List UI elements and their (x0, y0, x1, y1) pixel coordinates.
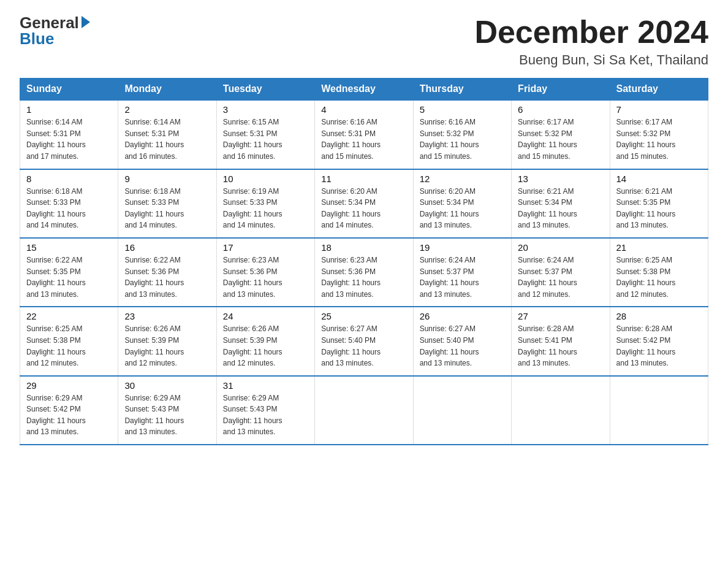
calendar-cell: 4 Sunrise: 6:16 AMSunset: 5:31 PMDayligh… (315, 100, 413, 169)
day-number: 14 (616, 174, 702, 184)
page-header: General Blue December 2024 Bueng Bun, Si… (20, 15, 708, 68)
col-header-thursday: Thursday (413, 79, 511, 101)
day-number: 24 (223, 311, 308, 321)
day-number: 17 (223, 242, 308, 253)
day-number: 15 (26, 242, 112, 253)
calendar-week-1: 1 Sunrise: 6:14 AMSunset: 5:31 PMDayligh… (20, 100, 708, 169)
day-info: Sunrise: 6:14 AMSunset: 5:31 PMDaylight:… (124, 117, 210, 162)
col-header-monday: Monday (118, 79, 216, 101)
col-header-saturday: Saturday (610, 79, 708, 101)
day-number: 1 (26, 104, 112, 115)
calendar-cell: 29 Sunrise: 6:29 AMSunset: 5:42 PMDaylig… (20, 376, 118, 445)
day-number: 5 (420, 104, 505, 115)
day-info: Sunrise: 6:14 AMSunset: 5:31 PMDaylight:… (26, 117, 112, 162)
calendar-cell (512, 376, 610, 445)
calendar-cell: 26 Sunrise: 6:27 AMSunset: 5:40 PMDaylig… (413, 307, 511, 375)
day-info: Sunrise: 6:22 AMSunset: 5:35 PMDaylight:… (26, 255, 112, 300)
col-header-sunday: Sunday (20, 79, 118, 101)
calendar-week-3: 15 Sunrise: 6:22 AMSunset: 5:35 PMDaylig… (20, 238, 708, 307)
calendar-cell: 3 Sunrise: 6:15 AMSunset: 5:31 PMDayligh… (216, 100, 314, 169)
calendar-cell: 15 Sunrise: 6:22 AMSunset: 5:35 PMDaylig… (20, 238, 118, 307)
day-info: Sunrise: 6:19 AMSunset: 5:33 PMDaylight:… (223, 186, 308, 231)
calendar-cell (413, 376, 511, 445)
day-info: Sunrise: 6:24 AMSunset: 5:37 PMDaylight:… (518, 255, 603, 300)
col-header-wednesday: Wednesday (315, 79, 413, 101)
day-info: Sunrise: 6:16 AMSunset: 5:31 PMDaylight:… (321, 117, 406, 162)
day-info: Sunrise: 6:20 AMSunset: 5:34 PMDaylight:… (420, 186, 505, 231)
calendar-cell: 12 Sunrise: 6:20 AMSunset: 5:34 PMDaylig… (413, 169, 511, 238)
calendar-cell: 6 Sunrise: 6:17 AMSunset: 5:32 PMDayligh… (512, 100, 610, 169)
logo-line1: General (20, 15, 90, 31)
day-number: 31 (223, 380, 308, 391)
calendar-cell: 30 Sunrise: 6:29 AMSunset: 5:43 PMDaylig… (118, 376, 216, 445)
day-number: 3 (223, 104, 308, 115)
subtitle: Bueng Bun, Si Sa Ket, Thailand (474, 52, 708, 68)
day-info: Sunrise: 6:21 AMSunset: 5:35 PMDaylight:… (616, 186, 702, 231)
day-info: Sunrise: 6:29 AMSunset: 5:43 PMDaylight:… (124, 393, 210, 438)
day-number: 21 (616, 242, 702, 253)
day-info: Sunrise: 6:15 AMSunset: 5:31 PMDaylight:… (223, 117, 308, 162)
calendar-cell: 31 Sunrise: 6:29 AMSunset: 5:43 PMDaylig… (216, 376, 314, 445)
day-number: 20 (518, 242, 603, 253)
day-info: Sunrise: 6:18 AMSunset: 5:33 PMDaylight:… (26, 186, 112, 231)
day-info: Sunrise: 6:17 AMSunset: 5:32 PMDaylight:… (616, 117, 702, 162)
calendar-cell: 21 Sunrise: 6:25 AMSunset: 5:38 PMDaylig… (610, 238, 708, 307)
day-number: 26 (420, 311, 505, 321)
calendar-cell: 8 Sunrise: 6:18 AMSunset: 5:33 PMDayligh… (20, 169, 118, 238)
day-info: Sunrise: 6:29 AMSunset: 5:42 PMDaylight:… (26, 393, 112, 438)
calendar-week-4: 22 Sunrise: 6:25 AMSunset: 5:38 PMDaylig… (20, 307, 708, 375)
day-info: Sunrise: 6:23 AMSunset: 5:36 PMDaylight:… (321, 255, 406, 300)
calendar-cell: 2 Sunrise: 6:14 AMSunset: 5:31 PMDayligh… (118, 100, 216, 169)
calendar-cell: 20 Sunrise: 6:24 AMSunset: 5:37 PMDaylig… (512, 238, 610, 307)
calendar-cell: 25 Sunrise: 6:27 AMSunset: 5:40 PMDaylig… (315, 307, 413, 375)
col-header-friday: Friday (512, 79, 610, 101)
day-number: 9 (124, 174, 210, 184)
day-info: Sunrise: 6:28 AMSunset: 5:42 PMDaylight:… (616, 323, 702, 369)
day-number: 2 (124, 104, 210, 115)
calendar-cell: 24 Sunrise: 6:26 AMSunset: 5:39 PMDaylig… (216, 307, 314, 375)
calendar-cell: 19 Sunrise: 6:24 AMSunset: 5:37 PMDaylig… (413, 238, 511, 307)
calendar-body: 1 Sunrise: 6:14 AMSunset: 5:31 PMDayligh… (20, 100, 708, 445)
calendar-cell: 16 Sunrise: 6:22 AMSunset: 5:36 PMDaylig… (118, 238, 216, 307)
calendar-cell: 5 Sunrise: 6:16 AMSunset: 5:32 PMDayligh… (413, 100, 511, 169)
day-info: Sunrise: 6:16 AMSunset: 5:32 PMDaylight:… (420, 117, 505, 162)
day-number: 7 (616, 104, 702, 115)
day-number: 28 (616, 311, 702, 321)
logo-arrow-icon (82, 16, 90, 28)
day-info: Sunrise: 6:17 AMSunset: 5:32 PMDaylight:… (518, 117, 603, 162)
calendar-cell: 14 Sunrise: 6:21 AMSunset: 5:35 PMDaylig… (610, 169, 708, 238)
logo-general-text: General (20, 15, 79, 31)
calendar-table: SundayMondayTuesdayWednesdayThursdayFrid… (20, 78, 708, 445)
day-info: Sunrise: 6:25 AMSunset: 5:38 PMDaylight:… (26, 323, 112, 369)
logo: General Blue (20, 15, 90, 47)
day-number: 4 (321, 104, 406, 115)
day-number: 22 (26, 311, 112, 321)
day-info: Sunrise: 6:24 AMSunset: 5:37 PMDaylight:… (420, 255, 505, 300)
calendar-week-5: 29 Sunrise: 6:29 AMSunset: 5:42 PMDaylig… (20, 376, 708, 445)
day-number: 10 (223, 174, 308, 184)
calendar-cell (315, 376, 413, 445)
day-number: 29 (26, 380, 112, 391)
day-info: Sunrise: 6:29 AMSunset: 5:43 PMDaylight:… (223, 393, 308, 438)
day-number: 30 (124, 380, 210, 391)
day-info: Sunrise: 6:25 AMSunset: 5:38 PMDaylight:… (616, 255, 702, 300)
day-number: 8 (26, 174, 112, 184)
calendar-cell: 9 Sunrise: 6:18 AMSunset: 5:33 PMDayligh… (118, 169, 216, 238)
col-header-tuesday: Tuesday (216, 79, 314, 101)
day-number: 11 (321, 174, 406, 184)
calendar-week-2: 8 Sunrise: 6:18 AMSunset: 5:33 PMDayligh… (20, 169, 708, 238)
calendar-cell: 27 Sunrise: 6:28 AMSunset: 5:41 PMDaylig… (512, 307, 610, 375)
logo-line2: Blue (20, 31, 90, 47)
day-number: 6 (518, 104, 603, 115)
day-number: 19 (420, 242, 505, 253)
day-number: 18 (321, 242, 406, 253)
main-title: December 2024 (474, 15, 708, 50)
calendar-cell: 11 Sunrise: 6:20 AMSunset: 5:34 PMDaylig… (315, 169, 413, 238)
day-number: 27 (518, 311, 603, 321)
day-number: 12 (420, 174, 505, 184)
calendar-cell: 22 Sunrise: 6:25 AMSunset: 5:38 PMDaylig… (20, 307, 118, 375)
day-info: Sunrise: 6:26 AMSunset: 5:39 PMDaylight:… (124, 323, 210, 369)
day-number: 13 (518, 174, 603, 184)
day-info: Sunrise: 6:28 AMSunset: 5:41 PMDaylight:… (518, 323, 603, 369)
calendar-cell (610, 376, 708, 445)
